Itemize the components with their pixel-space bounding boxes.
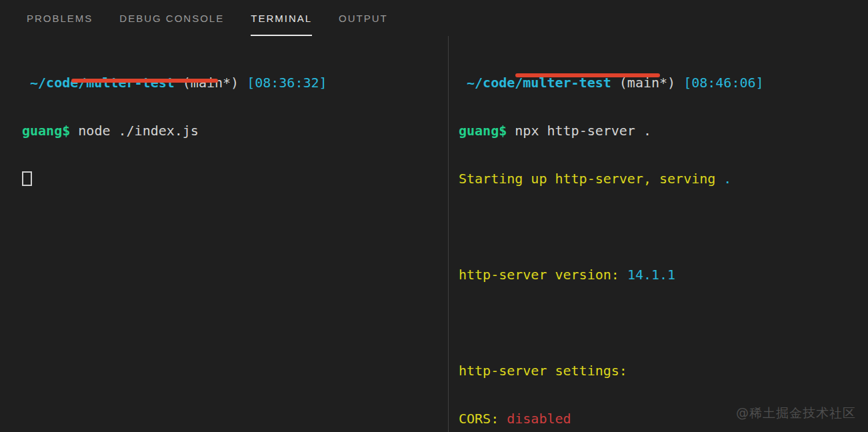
terminal-split: ~/code/multer-test (main*) [08:36:32] gu… [0,36,868,432]
settings-header: http-server settings: [459,363,868,379]
blank-line [459,219,868,235]
tab-output[interactable]: OUTPUT [339,0,388,36]
tab-terminal[interactable]: TERMINAL [251,0,312,36]
setting-label: CORS: [459,411,507,427]
prompt-line: ~/code/multer-test (main*) [08:36:32] [22,75,448,91]
terminal-right[interactable]: ~/code/multer-test (main*) [08:46:06] gu… [449,36,868,432]
command-text: node ./index.js [78,123,199,139]
tab-label: PROBLEMS [27,13,93,24]
starting-text: Starting up http-server, serving [459,171,723,187]
red-underline-annotation [71,79,218,83]
watermark: @稀土掘金技术社区 [736,405,856,422]
prompt-timestamp: [08:46:06] [675,75,763,91]
version-value: 14.1.1 [627,267,675,283]
blank-line [459,315,868,331]
terminal-left[interactable]: ~/code/multer-test (main*) [08:36:32] gu… [0,36,449,432]
command-text: npx http-server . [515,123,651,139]
setting-value: disabled [507,411,571,427]
cwd-path: ~/code/multer-test [22,75,175,91]
command-line: guang$ node ./index.js [22,123,448,139]
tab-label: TERMINAL [251,13,312,24]
cursor-line [22,171,448,187]
tab-debug-console[interactable]: DEBUG CONSOLE [119,0,224,36]
version-label: http-server version: [459,267,627,283]
panel-tabbar: PROBLEMS DEBUG CONSOLE TERMINAL OUTPUT [0,0,868,36]
tab-label: OUTPUT [339,13,388,24]
tab-problems[interactable]: PROBLEMS [27,0,93,36]
starting-dot: . [723,171,731,187]
version-line: http-server version: 14.1.1 [459,267,868,283]
starting-line: Starting up http-server, serving . [459,171,868,187]
terminal-cursor-hollow [22,171,32,186]
prompt-timestamp: [08:36:32] [239,75,327,91]
git-branch: (main*) [175,75,239,91]
command-line: guang$ npx http-server . [459,123,868,139]
prompt-user: guang$ [459,123,515,139]
red-underline-annotation [515,73,660,77]
prompt-user: guang$ [22,123,78,139]
tab-label: DEBUG CONSOLE [119,13,224,24]
